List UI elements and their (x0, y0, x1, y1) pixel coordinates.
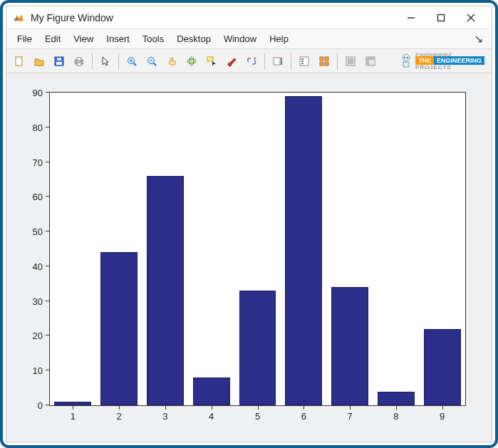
y-tick (46, 266, 50, 266)
print-icon[interactable] (70, 52, 88, 71)
minimize-button[interactable] (396, 8, 426, 28)
x-tick-label: 7 (347, 411, 352, 422)
x-tick-label: 4 (209, 411, 214, 422)
y-tick-label: 20 (33, 330, 43, 341)
svg-rect-34 (348, 58, 353, 64)
y-tick-label: 40 (33, 261, 43, 271)
maximize-button[interactable] (426, 8, 456, 28)
svg-rect-32 (325, 62, 328, 66)
y-tick-label: 70 (33, 157, 43, 167)
y-tick (46, 335, 50, 335)
bar[interactable] (100, 252, 138, 405)
y-tick-label: 80 (33, 122, 43, 132)
svg-rect-10 (77, 63, 81, 66)
x-tick (119, 405, 120, 410)
x-tick (396, 405, 397, 410)
x-tick (442, 405, 443, 410)
bar[interactable] (331, 287, 368, 405)
hide-plot-tools-icon[interactable] (341, 52, 360, 71)
toolbar-separator (118, 53, 119, 69)
rotate-3d-icon[interactable] (182, 52, 201, 71)
figure-window: My Figure Window File Edit View Insert T… (6, 6, 492, 442)
svg-rect-24 (281, 58, 282, 65)
menu-edit[interactable]: Edit (38, 31, 67, 47)
bar[interactable] (378, 392, 415, 406)
new-file-icon[interactable] (10, 52, 28, 71)
menu-file[interactable]: File (11, 31, 38, 47)
toolbar-separator (92, 53, 93, 69)
y-tick-label: 10 (33, 365, 43, 376)
bar[interactable] (285, 96, 322, 405)
link-plots-icon[interactable] (242, 52, 261, 71)
pan-icon[interactable] (162, 52, 181, 71)
x-tick-label: 6 (301, 411, 306, 422)
show-plot-tools-icon[interactable] (361, 52, 380, 71)
insert-legend-icon[interactable] (295, 52, 313, 71)
svg-rect-30 (325, 57, 328, 61)
axes[interactable]: 0102030405060708090123456789 (49, 92, 466, 406)
menu-tools[interactable]: Tools (136, 31, 170, 47)
menu-help[interactable]: Help (263, 31, 295, 47)
y-tick (46, 370, 50, 370)
y-tick (46, 127, 50, 127)
y-tick (46, 92, 50, 93)
x-tick-label: 8 (393, 411, 398, 422)
svg-rect-9 (77, 58, 81, 61)
matlab-app-icon (12, 11, 25, 24)
svg-point-20 (190, 60, 193, 63)
toolbar-separator (337, 53, 338, 69)
y-tick-label: 50 (33, 226, 43, 237)
robot-icon (400, 53, 413, 70)
x-tick (258, 405, 259, 410)
insert-colorbar-icon[interactable] (269, 52, 287, 71)
bar[interactable] (193, 377, 230, 405)
svg-rect-31 (320, 62, 323, 66)
bar[interactable] (54, 402, 91, 405)
titlebar: My Figure Window (6, 6, 492, 29)
zoom-in-icon[interactable] (123, 52, 141, 71)
data-cursor-icon[interactable] (202, 52, 221, 71)
bar[interactable] (239, 291, 276, 405)
x-tick (350, 405, 351, 410)
x-tick-label: 3 (162, 411, 167, 422)
y-tick (46, 196, 50, 197)
save-icon[interactable] (50, 52, 68, 71)
svg-rect-37 (369, 57, 375, 60)
menubar: File Edit View Insert Tools Desktop Wind… (6, 29, 492, 49)
y-tick-label: 60 (33, 192, 43, 202)
x-tick-label: 2 (117, 411, 122, 422)
y-tick (46, 301, 50, 301)
y-tick-label: 0 (38, 400, 43, 411)
toolbar: # technopreneur THEENGINEERING PROJECTS (6, 49, 492, 73)
svg-point-39 (404, 57, 405, 58)
zoom-out-icon[interactable] (142, 52, 161, 71)
window-title: My Figure Window (31, 12, 113, 24)
bar[interactable] (424, 329, 461, 405)
brand-logo: # technopreneur THEENGINEERING PROJECTS (400, 52, 489, 71)
menu-desktop[interactable]: Desktop (170, 31, 217, 47)
subplots-icon[interactable] (315, 52, 333, 71)
close-button[interactable] (456, 8, 486, 28)
bar[interactable] (147, 176, 184, 405)
axes-container: 0102030405060708090123456789 (6, 73, 492, 442)
y-tick (46, 231, 50, 231)
toolbar-separator (264, 53, 265, 69)
svg-rect-7 (57, 58, 61, 61)
brand-sub: PROJECTS (415, 64, 484, 71)
menu-view[interactable]: View (67, 31, 100, 47)
brush-icon[interactable] (222, 52, 241, 71)
svg-rect-36 (366, 57, 369, 66)
pointer-icon[interactable] (96, 52, 115, 71)
svg-rect-21 (207, 57, 213, 61)
y-tick (46, 405, 50, 405)
svg-rect-41 (403, 62, 409, 67)
menu-insert[interactable]: Insert (100, 31, 136, 47)
y-tick (46, 162, 50, 162)
toolbar-separator (291, 53, 291, 69)
menu-window[interactable]: Window (217, 31, 263, 47)
dock-menu-icon[interactable]: ↘ (470, 32, 487, 46)
brand-eng: ENGINEERING (434, 56, 484, 65)
open-file-icon[interactable] (30, 52, 48, 71)
x-tick (304, 405, 304, 410)
svg-rect-23 (274, 58, 280, 65)
